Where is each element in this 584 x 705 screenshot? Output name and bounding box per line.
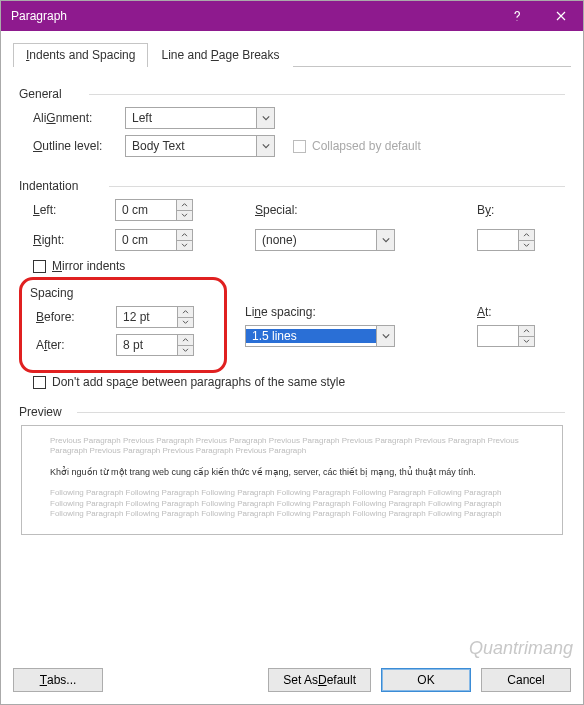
outline-label: Outline level: [33,139,125,153]
tab-line-page-breaks[interactable]: Line and Page Breaks [148,43,292,67]
at-spinner[interactable] [477,325,535,347]
by-label: By: [477,203,494,217]
indentation-group: Indentation [19,179,565,193]
preview-box: Previous Paragraph Previous Paragraph Pr… [21,425,563,535]
right-label: Right: [33,233,109,247]
spin-up-icon[interactable] [519,230,534,241]
collapsed-checkbox [293,140,306,153]
chevron-down-icon [256,136,274,156]
left-label: Left: [33,203,109,217]
right-spinner[interactable]: 0 cm [115,229,193,251]
preview-group: Preview [19,405,565,419]
spin-down-icon[interactable] [177,211,192,221]
after-spinner[interactable]: 8 pt [116,334,194,356]
alignment-select[interactable]: Left [125,107,275,129]
spacing-group: Spacing [30,286,218,300]
titlebar-buttons [495,1,583,31]
spin-up-icon[interactable] [178,307,193,318]
special-label: Special: [255,203,298,217]
preview-following-text: Following Paragraph Following Paragraph … [50,488,534,519]
client-area: Indents and Spacing Line and Page Breaks… [1,31,583,547]
button-bar: Tabs... Set As Default OK Cancel [13,668,571,692]
dont-add-space-checkbox[interactable] [33,376,46,389]
tabs-button[interactable]: Tabs... [13,668,103,692]
ok-button[interactable]: OK [381,668,471,692]
window-title: Paragraph [11,9,495,23]
alignment-label: AliGnment: [33,111,125,125]
close-button[interactable] [539,1,583,31]
left-spinner[interactable]: 0 cm [115,199,193,221]
collapsed-label: Collapsed by default [312,139,421,153]
special-select[interactable]: (none) [255,229,395,251]
spacing-highlighted: Spacing Before: 12 pt After: 8 pt [19,273,237,373]
spin-up-icon[interactable] [178,335,193,346]
spin-up-icon[interactable] [177,200,192,211]
spin-down-icon[interactable] [519,337,534,347]
general-group: General [19,87,565,101]
before-spinner[interactable]: 12 pt [116,306,194,328]
chevron-down-icon [376,326,394,346]
spin-up-icon[interactable] [519,326,534,337]
tab-indents-spacing[interactable]: Indents and Spacing [13,43,148,67]
spin-down-icon[interactable] [519,241,534,251]
line-spacing-label: Line spacing: [245,305,316,319]
outline-select[interactable]: Body Text [125,135,275,157]
mirror-label: Mirror indents [52,259,125,273]
spin-down-icon[interactable] [178,346,193,356]
after-label: After: [36,338,116,352]
chevron-down-icon [376,230,394,250]
line-spacing-select[interactable]: 1.5 lines [245,325,395,347]
preview-prev-text: Previous Paragraph Previous Paragraph Pr… [50,436,534,457]
dont-add-space-label: Don't add space between paragraphs of th… [52,375,345,389]
chevron-down-icon [256,108,274,128]
before-label: Before: [36,310,116,324]
spin-down-icon[interactable] [177,241,192,251]
spin-down-icon[interactable] [178,318,193,328]
cancel-button[interactable]: Cancel [481,668,571,692]
watermark: Quantrimang [469,638,573,659]
paragraph-dialog: Paragraph Indents and Spacing Line and P… [0,0,584,705]
at-label: At: [477,305,492,319]
tab-strip: Indents and Spacing Line and Page Breaks [13,41,571,67]
tab-content: General AliGnment: Left Outline level: B… [13,67,571,535]
titlebar: Paragraph [1,1,583,31]
preview-sample-text: Khởi nguồn từ một trang web cung cấp kiế… [50,467,534,479]
set-default-button[interactable]: Set As Default [268,668,371,692]
by-spinner[interactable] [477,229,535,251]
spin-up-icon[interactable] [177,230,192,241]
help-button[interactable] [495,1,539,31]
mirror-checkbox[interactable] [33,260,46,273]
